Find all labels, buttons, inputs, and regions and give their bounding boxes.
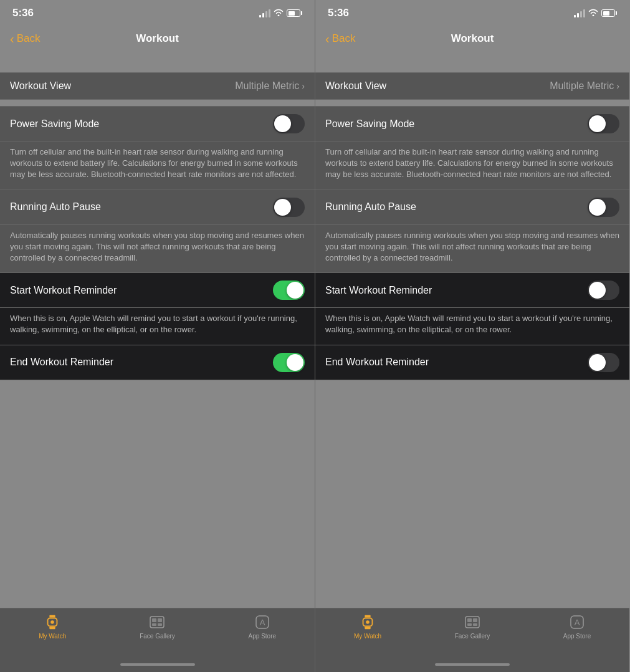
wifi-icon <box>588 9 598 18</box>
phone-panel-left: 5:36 ‹BackWorkoutWorkout ViewMultiple Me… <box>0 0 315 672</box>
home-bar <box>435 663 510 666</box>
svg-rect-8 <box>152 623 156 626</box>
tab-item-face-gallery[interactable]: Face Gallery <box>105 613 209 640</box>
toggle-label: Start Workout Reminder <box>325 285 432 296</box>
toggle-label: Power Saving Mode <box>10 118 99 130</box>
description-text: When this is on, Apple Watch will remind… <box>10 313 305 335</box>
back-button[interactable]: ‹Back <box>10 32 40 46</box>
svg-rect-7 <box>158 618 162 622</box>
tab-item-my-watch[interactable]: My Watch <box>0 613 105 640</box>
tab-item-face-gallery[interactable]: Face Gallery <box>420 613 525 640</box>
tab-label: App Store <box>563 633 591 640</box>
toggle-label: Running Auto Pause <box>10 201 101 213</box>
description-row: Automatically pauses running workouts wh… <box>315 225 629 274</box>
toggle-row-running-auto-pause[interactable]: Running Auto Pause <box>0 190 315 225</box>
toggle-row-running-auto-pause[interactable]: Running Auto Pause <box>315 190 629 225</box>
workout-view-value-text: Multiple Metric <box>235 80 299 92</box>
toggle-switch[interactable] <box>588 281 619 300</box>
svg-rect-12 <box>365 615 370 618</box>
description-text: Automatically pauses running workouts wh… <box>325 230 619 264</box>
description-row: When this is on, Apple Watch will remind… <box>0 308 315 345</box>
status-bar: 5:36 <box>315 0 629 24</box>
toggle-label: Power Saving Mode <box>325 118 414 130</box>
description-row: Turn off cellular and the built-in heart… <box>0 142 315 190</box>
toggle-switch[interactable] <box>588 198 619 217</box>
back-chevron-icon: ‹ <box>10 32 14 46</box>
section-toggles: Power Saving ModeTurn off cellular and t… <box>315 106 629 380</box>
svg-rect-1 <box>50 626 55 629</box>
nav-bar: ‹BackWorkout <box>0 24 315 54</box>
description-row: When this is on, Apple Watch will remind… <box>315 308 629 345</box>
back-chevron-icon: ‹ <box>325 32 330 46</box>
wifi-icon <box>274 9 284 18</box>
page-title: Workout <box>451 32 494 45</box>
status-time: 5:36 <box>12 7 34 19</box>
home-indicator <box>0 660 315 672</box>
tab-label: App Store <box>249 633 276 640</box>
nav-bar: ‹BackWorkout <box>315 24 629 54</box>
home-indicator <box>315 660 629 672</box>
tab-item-app-store[interactable]: A App Store <box>525 613 629 640</box>
page-title: Workout <box>136 32 179 45</box>
toggle-row-end-workout-reminder[interactable]: End Workout Reminder <box>315 345 629 380</box>
svg-rect-13 <box>365 626 370 629</box>
toggle-row-power-saving-mode[interactable]: Power Saving Mode <box>0 106 315 142</box>
toggle-switch[interactable] <box>588 353 619 372</box>
svg-rect-21 <box>473 623 477 626</box>
toggle-row-start-workout-reminder[interactable]: Start Workout Reminder <box>315 273 629 308</box>
section-workout-view: Workout ViewMultiple Metric› <box>315 72 629 100</box>
description-text: Turn off cellular and the built-in heart… <box>10 146 305 181</box>
svg-rect-6 <box>152 618 156 622</box>
toggle-row-start-workout-reminder[interactable]: Start Workout Reminder <box>0 273 315 308</box>
toggle-label: End Workout Reminder <box>10 357 113 368</box>
appstore-tab-icon: A <box>254 613 271 631</box>
watch-tab-icon <box>44 613 61 631</box>
watch-tab-icon <box>359 613 376 631</box>
workout-view-value: Multiple Metric› <box>550 80 619 92</box>
signal-icon <box>574 9 585 17</box>
svg-text:A: A <box>259 618 265 627</box>
tab-item-my-watch[interactable]: My Watch <box>315 613 420 640</box>
status-time: 5:36 <box>328 7 349 19</box>
signal-icon <box>259 9 270 17</box>
toggle-switch[interactable] <box>273 281 305 300</box>
toggle-row-power-saving-mode[interactable]: Power Saving Mode <box>315 106 629 142</box>
battery-icon <box>287 9 302 17</box>
gallery-tab-icon <box>464 613 481 631</box>
workout-view-label: Workout View <box>10 80 71 92</box>
svg-rect-17 <box>465 617 479 628</box>
tab-label: My Watch <box>354 633 381 640</box>
svg-rect-5 <box>150 617 164 628</box>
phone-panel-right: 5:36 ‹BackWorkoutWorkout ViewMultiple Me… <box>315 0 629 672</box>
toggle-switch[interactable] <box>588 114 619 133</box>
tab-label: Face Gallery <box>455 633 490 640</box>
svg-point-4 <box>50 620 54 624</box>
description-row: Turn off cellular and the built-in heart… <box>315 142 629 190</box>
tab-label: Face Gallery <box>140 633 175 640</box>
toggle-label: Start Workout Reminder <box>10 285 117 296</box>
svg-rect-20 <box>467 623 472 626</box>
workout-view-row[interactable]: Workout ViewMultiple Metric› <box>315 72 629 100</box>
svg-rect-0 <box>50 615 55 618</box>
workout-view-value: Multiple Metric› <box>235 80 305 92</box>
gallery-tab-icon <box>148 613 166 631</box>
tab-item-app-store[interactable]: A App Store <box>210 613 315 640</box>
svg-text:A: A <box>575 618 580 627</box>
tab-bar: My Watch Face Gallery A App Store <box>0 608 315 660</box>
toggle-switch[interactable] <box>273 198 305 217</box>
section-toggles: Power Saving ModeTurn off cellular and t… <box>0 106 315 380</box>
description-text: Automatically pauses running workouts wh… <box>10 230 305 264</box>
toggle-switch[interactable] <box>273 353 305 372</box>
appstore-tab-icon: A <box>568 613 586 631</box>
chevron-right-icon: › <box>302 81 305 91</box>
description-row: Automatically pauses running workouts wh… <box>0 225 315 274</box>
back-label: Back <box>332 32 356 45</box>
home-bar <box>120 663 195 666</box>
svg-rect-18 <box>467 618 472 622</box>
tab-bar: My Watch Face Gallery A App Store <box>315 608 629 660</box>
chevron-right-icon: › <box>616 81 619 91</box>
toggle-row-end-workout-reminder[interactable]: End Workout Reminder <box>0 345 315 380</box>
workout-view-row[interactable]: Workout ViewMultiple Metric› <box>0 72 315 100</box>
toggle-switch[interactable] <box>273 114 305 133</box>
back-button[interactable]: ‹Back <box>325 32 355 46</box>
